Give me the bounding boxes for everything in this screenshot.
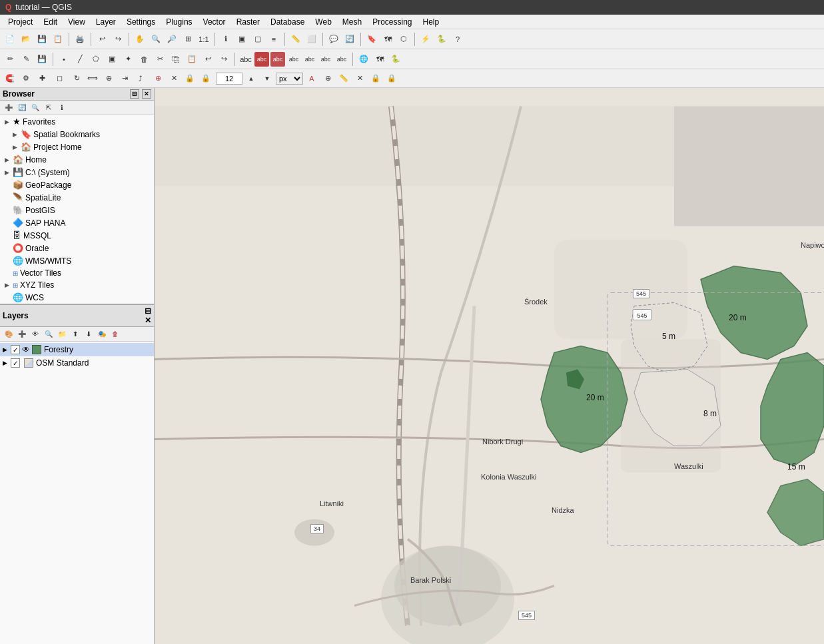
lock4-button[interactable]: 🔒: [384, 71, 399, 86]
plugins-button[interactable]: ⚡: [418, 32, 433, 47]
layers-edit-button[interactable]: 🎨: [3, 328, 15, 340]
browser-item-favorites[interactable]: ▶ ★ Favorites: [0, 115, 154, 128]
zoom-out-button[interactable]: 🔎: [165, 32, 179, 47]
digitize-select-button[interactable]: ▣: [105, 52, 119, 67]
plugin-python-button[interactable]: 🐍: [388, 52, 403, 67]
layers-filter-button[interactable]: 🔍: [43, 328, 55, 340]
menu-project[interactable]: Project: [3, 16, 38, 28]
close-snap-button[interactable]: ✕: [352, 71, 367, 86]
osm-button[interactable]: 🗺: [372, 52, 387, 67]
browser-item-spatialite[interactable]: ▶ 🪶 SpatiaLite: [0, 191, 154, 204]
map-area[interactable]: 545 Napiwoda Środek Nibork Drugi Kolonia…: [155, 88, 824, 644]
scale-button[interactable]: ⟺: [85, 71, 100, 86]
spatial-bookmark-button[interactable]: 🔖: [364, 32, 379, 47]
browser-float-button[interactable]: ⊟: [130, 89, 139, 99]
layers-theme-button[interactable]: 🎭: [96, 328, 108, 340]
save-layer-button[interactable]: 💾: [35, 52, 49, 67]
zoom-full-button[interactable]: ⊞: [181, 32, 195, 47]
add-line-button[interactable]: ╱: [73, 52, 87, 67]
browser-item-home[interactable]: ▶ 🏠 Home: [0, 153, 154, 166]
vertex-tool-button[interactable]: ✦: [121, 52, 135, 67]
font-unit-select[interactable]: px pt mm: [276, 73, 303, 85]
label-tool-button[interactable]: abc: [238, 52, 253, 67]
paste-button[interactable]: 📋: [185, 52, 199, 67]
font-size-input[interactable]: [216, 73, 242, 85]
browser-item-wms-wmts[interactable]: ▶ 🌐 WMS/WMTS: [0, 254, 154, 267]
menu-edit[interactable]: Edit: [38, 16, 63, 28]
osm-visibility-checkbox[interactable]: ✓: [11, 358, 20, 368]
move-button[interactable]: ⇥: [117, 71, 132, 86]
browser-refresh-button[interactable]: 🔄: [16, 102, 28, 114]
browser-item-project-home[interactable]: ▶ 🏠 Project Home: [0, 141, 154, 153]
font-size-up[interactable]: ▲: [244, 71, 258, 86]
layers-float-button[interactable]: ⊟: [145, 306, 151, 316]
save-project-button[interactable]: 💾: [35, 32, 49, 47]
forestry-visibility-checkbox[interactable]: ✓: [11, 345, 20, 354]
browser-filter-button[interactable]: 🔍: [29, 102, 41, 114]
layer-item-forestry[interactable]: ▶ ✓ 👁 Forestry: [0, 343, 154, 356]
menu-vector[interactable]: Vector: [198, 16, 231, 28]
measure2-button[interactable]: 📏: [336, 71, 351, 86]
menu-help[interactable]: Help: [418, 16, 445, 28]
layers-add-button[interactable]: ➕: [16, 328, 28, 340]
open-project-button[interactable]: 📂: [19, 32, 33, 47]
forestry-expander[interactable]: ▶: [3, 346, 11, 353]
browser-collapse-button[interactable]: ⇱: [43, 102, 55, 114]
favorites-expander[interactable]: ▶: [3, 118, 11, 126]
osm-expander[interactable]: ▶: [3, 360, 11, 366]
label-change-button[interactable]: abc: [334, 52, 349, 67]
layers-close-button[interactable]: ✕: [145, 316, 151, 325]
xyz-tiles-expander[interactable]: ▶: [3, 281, 11, 289]
redo-edit-button[interactable]: ↪: [216, 52, 231, 67]
identify-button[interactable]: ℹ: [218, 32, 233, 47]
menu-settings[interactable]: Settings: [121, 16, 161, 28]
new-map-button[interactable]: 🗺: [380, 32, 395, 47]
browser-item-sap-hana[interactable]: ▶ 🔷 SAP HANA: [0, 216, 154, 229]
layer-item-osm[interactable]: ▶ ✓ OSM Standard: [0, 356, 154, 370]
lock2-button[interactable]: 🔒: [199, 71, 213, 86]
select-button[interactable]: ▣: [234, 32, 249, 47]
pan-button[interactable]: ✋: [133, 32, 147, 47]
measure-button[interactable]: 📏: [288, 32, 303, 47]
current-edits-button[interactable]: ✏: [3, 52, 17, 67]
layers-remove-button[interactable]: 🗑: [109, 328, 121, 340]
menu-mesh[interactable]: Mesh: [337, 16, 367, 28]
browser-close-button[interactable]: ✕: [142, 89, 151, 99]
browser-item-spatial-bookmarks[interactable]: ▶ 🔖 Spatial Bookmarks: [0, 128, 154, 141]
menu-raster[interactable]: Raster: [231, 16, 265, 28]
menu-view[interactable]: View: [63, 16, 91, 28]
browser-item-vector-tiles[interactable]: ▶ ⊞ Vector Tiles: [0, 267, 154, 279]
browser-item-xyz-tiles[interactable]: ▶ ⊞ XYZ Tiles: [0, 279, 154, 291]
crosshair-button[interactable]: ⊕: [320, 71, 335, 86]
label-pin-button[interactable]: abc: [254, 52, 269, 67]
globetrotter-button[interactable]: 🌐: [356, 52, 371, 67]
lock3-button[interactable]: 🔒: [368, 71, 383, 86]
snap-intersections-button[interactable]: ✚: [35, 71, 49, 86]
delete-selected-button[interactable]: 🗑: [137, 52, 151, 67]
project-home-expander[interactable]: ▶: [11, 143, 19, 151]
add-polygon-button[interactable]: ⬠: [89, 52, 103, 67]
zoom-in-button[interactable]: 🔍: [149, 32, 163, 47]
copy-button[interactable]: ⿻: [169, 52, 183, 67]
offset-button[interactable]: ⊕: [101, 71, 116, 86]
refresh-button[interactable]: 🔄: [342, 32, 357, 47]
label-move-button[interactable]: abc: [318, 52, 333, 67]
drive-expander[interactable]: ▶: [3, 168, 11, 176]
snap-toggle-button[interactable]: 🧲: [3, 71, 17, 86]
menu-web[interactable]: Web: [310, 16, 336, 28]
add-point-button[interactable]: •: [57, 52, 71, 67]
layers-visible-button[interactable]: 👁: [29, 328, 41, 340]
layers-group-button[interactable]: 📁: [56, 328, 68, 340]
snap-config-button[interactable]: ⚙: [19, 71, 33, 86]
python-console-button[interactable]: 🐍: [434, 32, 449, 47]
print-button[interactable]: 🖨️: [73, 32, 87, 47]
spatial-bookmarks-expander[interactable]: ▶: [11, 131, 19, 139]
label-highlight-button[interactable]: abc: [270, 52, 285, 67]
browser-item-mssql[interactable]: ▶ 🗄 MSSQL: [0, 229, 154, 242]
new-project-button[interactable]: 📄: [3, 32, 17, 47]
layers-up-button[interactable]: ⬆: [69, 328, 81, 340]
browser-item-postgis[interactable]: ▶ 🐘 PostGIS: [0, 204, 154, 216]
browser-item-wcs[interactable]: ▶ 🌐 WCS: [0, 291, 154, 304]
font-color-button[interactable]: A: [304, 71, 319, 86]
save-as-button[interactable]: 📋: [51, 32, 65, 47]
